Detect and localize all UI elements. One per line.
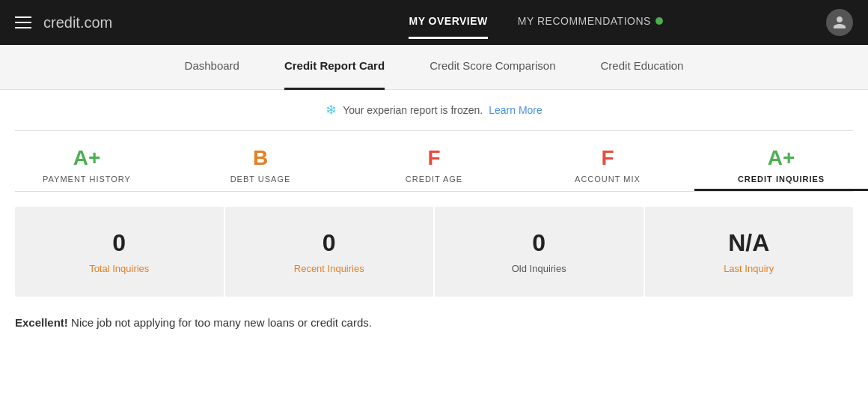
grade-label-credit-age: CREDIT AGE (406, 175, 462, 184)
learn-more-link[interactable]: Learn More (489, 104, 542, 116)
stat-recent-inquiries-label: Recent Inquiries (294, 263, 364, 274)
sub-nav: Dashboard Credit Report Card Credit Scor… (0, 45, 868, 90)
stat-old-inquiries-value: 0 (532, 229, 545, 257)
grade-credit-inquiries[interactable]: A+ CREDIT INQUIRIES (694, 131, 868, 191)
bottom-message: Excellent! Nice job not applying for too… (0, 304, 868, 341)
stat-total-inquiries-value: 0 (112, 229, 126, 257)
main-nav-links: MY OVERVIEW MY RECOMMENDATIONS (409, 15, 662, 30)
logo-suffix: .com (80, 14, 112, 31)
frozen-banner: ❄ Your experian report is frozen. Learn … (0, 90, 868, 130)
nav-rec-label: MY RECOMMENDATIONS (518, 15, 651, 27)
grade-account-mix[interactable]: F ACCOUNT MIX (521, 131, 694, 191)
stat-recent-inquiries: 0 Recent Inquiries (225, 207, 434, 297)
logo-main: credit (43, 14, 80, 31)
green-dot-icon (655, 17, 663, 25)
stat-last-inquiry-label: Last Inquiry (724, 263, 774, 274)
grade-letter-payment-history: A+ (73, 146, 101, 170)
grade-credit-age[interactable]: F CREDIT AGE (347, 131, 521, 191)
grade-letter-account-mix: F (601, 146, 614, 170)
grade-label-payment-history: PAYMENT HISTORY (43, 175, 131, 184)
subnav-dashboard[interactable]: Dashboard (185, 45, 239, 90)
grade-label-credit-inquiries: CREDIT INQUIRIES (738, 175, 825, 184)
bottom-message-text: Nice job not applying for too many new l… (68, 316, 372, 329)
subnav-credit-report-card[interactable]: Credit Report Card (284, 45, 385, 90)
top-nav: credit.com MY OVERVIEW MY RECOMMENDATION… (0, 0, 868, 45)
frozen-icon: ❄ (326, 102, 337, 118)
bottom-message-bold: Excellent! (15, 316, 68, 329)
subnav-credit-score-comparison[interactable]: Credit Score Comparison (430, 45, 555, 90)
grade-letter-debt-usage: B (253, 146, 268, 170)
stats-cards: 0 Total Inquiries 0 Recent Inquiries 0 O… (0, 192, 868, 304)
grade-payment-history[interactable]: A+ PAYMENT HISTORY (0, 131, 174, 191)
stat-last-inquiry: N/A Last Inquiry (645, 207, 854, 297)
grade-debt-usage[interactable]: B DEBT USAGE (174, 131, 347, 191)
stat-old-inquiries: 0 Old Inquiries (435, 207, 644, 297)
grade-letter-credit-inquiries: A+ (768, 146, 795, 170)
subnav-credit-education[interactable]: Credit Education (601, 45, 684, 90)
stat-last-inquiry-value: N/A (728, 229, 769, 257)
stat-total-inquiries-label: Total Inquiries (89, 263, 149, 274)
stat-old-inquiries-label: Old Inquiries (512, 263, 566, 274)
user-icon[interactable] (826, 9, 853, 36)
grade-label-debt-usage: DEBT USAGE (230, 175, 291, 184)
nav-my-overview[interactable]: MY OVERVIEW (409, 15, 487, 30)
hamburger-menu[interactable] (15, 16, 31, 28)
grade-label-account-mix: ACCOUNT MIX (575, 175, 641, 184)
nav-my-recommendations[interactable]: MY RECOMMENDATIONS (518, 15, 663, 30)
grade-row: A+ PAYMENT HISTORY B DEBT USAGE F CREDIT… (0, 131, 868, 191)
stat-total-inquiries: 0 Total Inquiries (15, 207, 224, 297)
logo: credit.com (43, 14, 112, 31)
grade-letter-credit-age: F (427, 146, 440, 170)
frozen-text: Your experian report is frozen. (343, 104, 483, 116)
stat-recent-inquiries-value: 0 (323, 229, 336, 257)
